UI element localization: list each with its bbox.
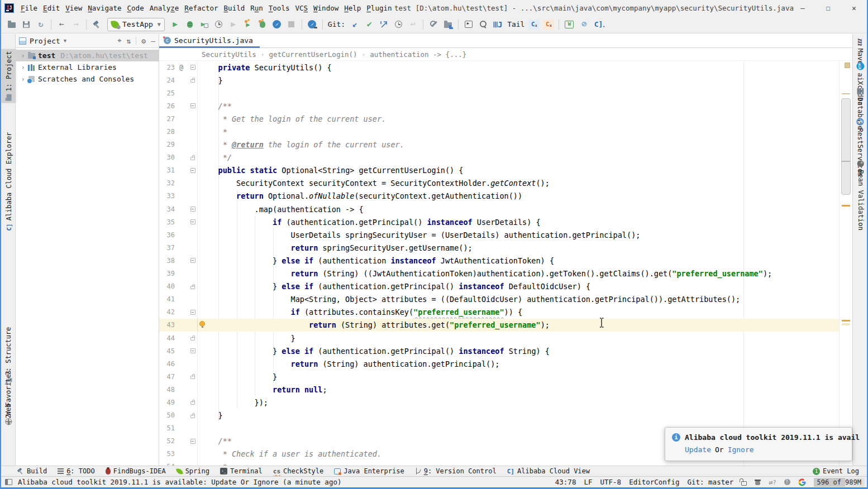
line-number[interactable]: 40 (159, 282, 176, 290)
intention-bulb-icon[interactable] (199, 321, 205, 327)
line-number[interactable]: 25 (159, 89, 176, 97)
chevron-down-icon[interactable]: ▼ (64, 38, 66, 44)
memory-indicator[interactable]: 596 of 989M (814, 478, 865, 487)
rollback-button[interactable]: ↩ (406, 18, 419, 31)
aix-debug-button[interactable] (256, 18, 269, 31)
alibaba-deploy-button[interactable] (306, 18, 319, 31)
fold-marker[interactable] (188, 310, 197, 315)
run-button[interactable]: ▶ (169, 18, 182, 31)
tail-button[interactable]: ꔖJ (491, 18, 504, 31)
refresh-question-icon[interactable]: ⇄? (769, 478, 776, 486)
open-button[interactable] (5, 18, 18, 31)
status-message[interactable]: Alibaba cloud toolkit 2019.11.1 is avail… (18, 478, 341, 486)
git-update-button[interactable]: ↙ (348, 18, 361, 31)
line-number[interactable]: 23 (159, 64, 176, 71)
line-number[interactable]: 31 (159, 166, 176, 174)
tool-window-terminal[interactable]: ›_Terminal (220, 467, 263, 475)
line-number[interactable]: 30 (159, 154, 176, 161)
fold-marker[interactable] (188, 413, 197, 418)
line-number[interactable]: 34 (159, 205, 176, 213)
fold-marker[interactable] (188, 219, 197, 224)
stripe-item-1-project[interactable]: 1: Project (1, 49, 16, 103)
line-number[interactable]: 41 (159, 295, 176, 303)
breadcrumb-item[interactable]: getCurrentUserLogin() (269, 50, 357, 59)
inspection-status-icon[interactable] (845, 63, 850, 68)
line-number[interactable]: 47 (159, 373, 176, 381)
menu-file[interactable]: File (18, 4, 40, 12)
line-number[interactable]: 39 (159, 270, 176, 277)
menu-code[interactable]: Code (125, 4, 147, 12)
coverage-button[interactable] (198, 18, 211, 31)
tool-window-toggle-icon[interactable] (5, 479, 12, 485)
run-configuration-select[interactable]: TestApp ▼ (107, 18, 165, 31)
code-editor[interactable]: 23@ private SecurityUtils() {24 }2526 /*… (159, 61, 852, 466)
menu-help[interactable]: Help (341, 4, 364, 12)
run-window-button[interactable] (462, 18, 475, 31)
close-button[interactable]: ✕ (841, 0, 867, 16)
chevron-right-icon[interactable]: › (19, 75, 27, 83)
fold-marker[interactable] (188, 103, 197, 108)
stripe-item-web[interactable]: Web (1, 401, 16, 427)
menu-run[interactable]: Run (247, 4, 266, 12)
alibaba-run-button[interactable] (270, 18, 284, 31)
maximize-button[interactable]: ☐ (815, 0, 841, 16)
caret-position[interactable]: 43:78 (555, 478, 576, 486)
stripe-item-bean-validation[interactable]: Bean Validation (853, 158, 867, 232)
line-number[interactable]: 32 (159, 179, 176, 187)
git-branch[interactable]: Git: master (687, 478, 733, 486)
minimize-button[interactable]: — (790, 0, 815, 16)
stripe-item-alibaba-cloud-explorer[interactable]: C]Alibaba Cloud Explorer (1, 130, 16, 233)
line-number[interactable]: 48 (159, 386, 176, 394)
chevron-right-icon[interactable]: › (19, 64, 27, 71)
breadcrumb-item[interactable]: authentication -> {...} (370, 50, 466, 59)
profiler-button[interactable] (212, 18, 226, 31)
aix-compile-orange-button[interactable]: Cx (542, 18, 555, 31)
fold-marker[interactable] (188, 168, 197, 173)
tab-securityutils[interactable]: c SecurityUtils.java (159, 34, 260, 48)
line-number[interactable]: 51 (159, 424, 176, 432)
file-encoding[interactable]: UTF-8 (600, 478, 622, 486)
gear-icon[interactable]: ⚙ (141, 37, 146, 45)
sync-button[interactable]: ↻ (34, 18, 47, 31)
fold-marker[interactable] (188, 400, 197, 405)
event-log-button[interactable]: 1 Event Log (813, 467, 859, 475)
settings-button[interactable] (427, 18, 440, 31)
gray-status-icon[interactable]: ! (784, 479, 790, 485)
line-number[interactable]: 36 (159, 231, 176, 239)
stop-button[interactable] (285, 18, 298, 31)
run-disabled-button[interactable]: ▶ (227, 18, 240, 31)
ignore-link[interactable]: Ignore (728, 445, 754, 454)
forward-button[interactable]: → (69, 18, 83, 31)
menu-edit[interactable]: Edit (40, 4, 63, 12)
menu-refactor[interactable]: Refactor (182, 4, 221, 12)
tool-window-alibaba-cloud-view[interactable]: C]Alibaba Cloud View (507, 467, 590, 475)
line-ending[interactable]: LF (584, 478, 592, 486)
git-merge-button[interactable] (377, 18, 390, 31)
tree-item-test[interactable]: ›testD:\atom.hu\test\test (16, 50, 159, 61)
fold-marker[interactable] (188, 78, 197, 83)
back-button[interactable]: ← (55, 18, 68, 31)
line-number[interactable]: 38 (159, 257, 176, 265)
editor-scrollbar[interactable] (839, 61, 852, 466)
tool-window-findbugs-idea[interactable]: FindBugs-IDEA (106, 467, 166, 475)
scrollbar-thumb[interactable] (841, 98, 851, 195)
tool-window-9-version-control[interactable]: 9: Version Control (415, 467, 497, 475)
fold-marker[interactable] (188, 207, 197, 212)
line-number[interactable]: 37 (159, 244, 176, 252)
debug-button[interactable] (183, 18, 197, 31)
line-number[interactable]: 35 (159, 218, 176, 226)
line-number[interactable]: 42 (159, 308, 176, 316)
aix-compile-blue-button[interactable]: Cx (527, 18, 541, 31)
unlock-icon[interactable] (741, 481, 747, 486)
fold-marker[interactable] (188, 155, 197, 160)
fold-marker[interactable] (188, 335, 197, 341)
menu-tools[interactable]: Tools (266, 4, 293, 12)
fold-marker[interactable] (188, 348, 197, 353)
line-number[interactable]: 29 (159, 141, 176, 148)
line-number[interactable]: 43 (159, 321, 176, 329)
menu-window[interactable]: Window (311, 4, 341, 12)
build-button[interactable] (90, 18, 103, 31)
line-number[interactable]: 50 (159, 411, 176, 419)
cloud-view-button[interactable]: C]▾ (592, 18, 605, 31)
line-number[interactable]: 44 (159, 334, 176, 342)
